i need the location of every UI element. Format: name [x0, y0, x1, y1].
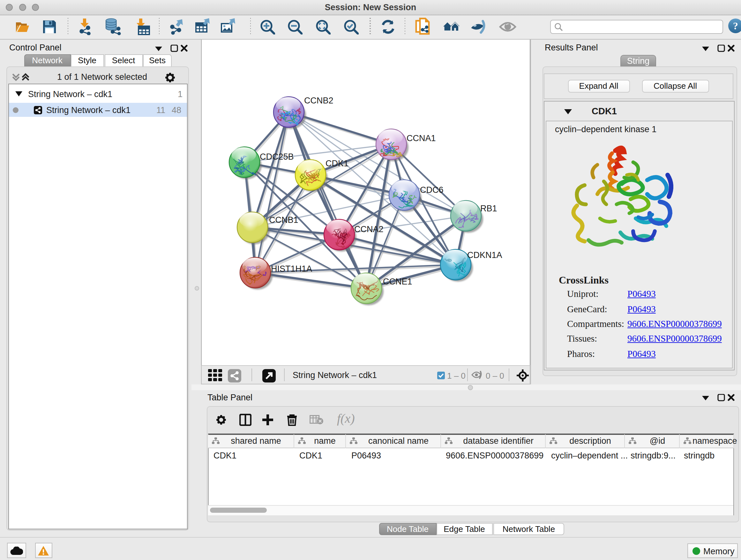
svg-text:CDK1: CDK1 — [325, 159, 348, 168]
svg-text:CDC6: CDC6 — [420, 185, 443, 195]
svg-text:CDC25B: CDC25B — [259, 152, 293, 162]
svg-text:CCNA2: CCNA2 — [354, 225, 383, 234]
svg-text:CCNB1: CCNB1 — [269, 215, 298, 225]
svg-text:CCNA1: CCNA1 — [406, 133, 435, 143]
svg-text:CCNE1: CCNE1 — [383, 277, 412, 287]
svg-text:HIST1H1A: HIST1H1A — [271, 264, 312, 273]
svg-text:CCNB2: CCNB2 — [304, 96, 333, 105]
svg-text:CDKN1A: CDKN1A — [467, 250, 502, 260]
svg-text:RB1: RB1 — [480, 204, 497, 213]
svg-text:?: ? — [733, 20, 738, 32]
